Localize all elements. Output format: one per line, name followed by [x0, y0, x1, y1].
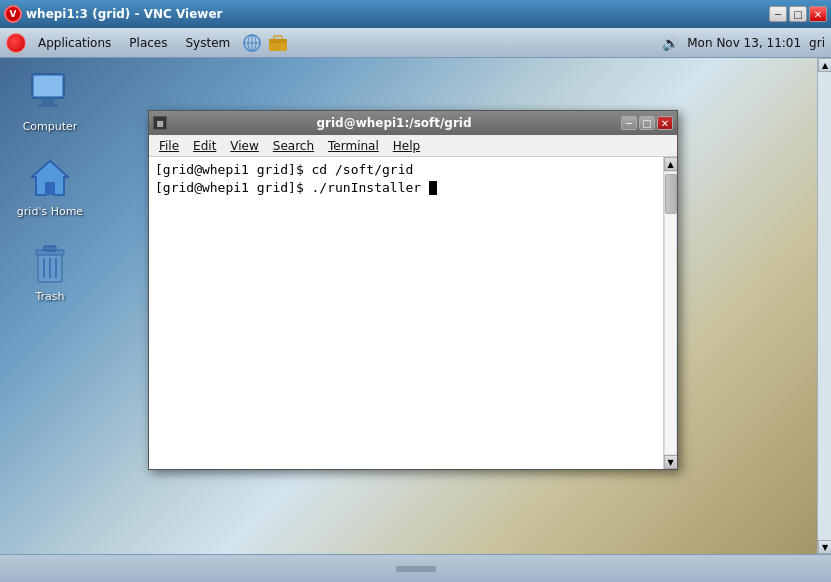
svg-rect-8: [34, 76, 62, 96]
applications-menu[interactable]: Applications: [32, 34, 117, 52]
svg-rect-6: [269, 39, 287, 43]
desktop-scrollbar[interactable]: ▲ ▼: [817, 58, 831, 554]
app-menubar: Applications Places System 🔊 Mon Nov 13,…: [0, 28, 831, 58]
vnc-title-area: V whepi1:3 (grid) - VNC Viewer: [4, 5, 769, 23]
help-menu[interactable]: Help: [387, 137, 426, 155]
home-icon-item[interactable]: grid's Home: [10, 153, 90, 218]
speaker-icon: 🔊: [662, 35, 679, 51]
trash-label: Trash: [35, 290, 64, 303]
scroll-thumb[interactable]: [665, 174, 677, 214]
computer-icon: [26, 68, 74, 116]
terminal-controls[interactable]: ─ □ ✕: [621, 116, 673, 130]
vnc-close-button[interactable]: ✕: [809, 6, 827, 22]
terminal-menubar: File Edit View Search Terminal Help: [149, 135, 677, 157]
terminal-body: [grid@whepi1 grid]$ cd /soft/grid [grid@…: [149, 157, 677, 469]
edit-menu[interactable]: Edit: [187, 137, 222, 155]
taskbar-handle: [396, 566, 436, 572]
terminal-cursor: [429, 181, 437, 195]
vnc-minimize-button[interactable]: ─: [769, 6, 787, 22]
network-icon: [242, 33, 262, 53]
distro-logo-icon: [6, 33, 26, 53]
trash-icon: [26, 238, 74, 286]
computer-icon-item[interactable]: Computer: [10, 68, 90, 133]
terminal-scrollbar[interactable]: ▲ ▼: [663, 157, 677, 469]
search-menu[interactable]: Search: [267, 137, 320, 155]
vnc-title-text: whepi1:3 (grid) - VNC Viewer: [26, 7, 222, 21]
svg-rect-10: [38, 104, 58, 107]
vnc-maximize-button[interactable]: □: [789, 6, 807, 22]
svg-rect-15: [44, 246, 56, 251]
places-menu[interactable]: Places: [123, 34, 173, 52]
scroll-track[interactable]: [664, 171, 677, 455]
trash-icon-item[interactable]: Trash: [10, 238, 90, 303]
home-icon: [26, 153, 74, 201]
desktop-scroll-down[interactable]: ▼: [818, 540, 831, 554]
vnc-window-controls[interactable]: ─ □ ✕: [769, 6, 827, 22]
terminal-line-1: [grid@whepi1 grid]$ cd /soft/grid: [155, 161, 657, 179]
svg-rect-12: [46, 183, 54, 195]
desktop-icons-area: Computer grid's Home: [0, 58, 120, 333]
terminal-menu[interactable]: Terminal: [322, 137, 385, 155]
computer-label: Computer: [23, 120, 78, 133]
svg-rect-9: [42, 98, 54, 104]
scroll-down-arrow[interactable]: ▼: [664, 455, 678, 469]
desktop-scroll-up[interactable]: ▲: [818, 58, 831, 72]
datetime-display: Mon Nov 13, 11:01: [687, 36, 801, 50]
scroll-up-arrow[interactable]: ▲: [664, 157, 678, 171]
desktop: V whepi1:3 (grid) - VNC Viewer ─ □ ✕ App…: [0, 0, 831, 582]
taskbar-right: 🔊 Mon Nov 13, 11:01 gri: [662, 35, 825, 51]
terminal-maximize-button[interactable]: □: [639, 116, 655, 130]
terminal-window: ■ grid@whepi1:/soft/grid ─ □ ✕ File Edit…: [148, 110, 678, 470]
vnc-titlebar: V whepi1:3 (grid) - VNC Viewer ─ □ ✕: [0, 0, 831, 28]
terminal-content[interactable]: [grid@whepi1 grid]$ cd /soft/grid [grid@…: [149, 157, 663, 469]
terminal-title: grid@whepi1:/soft/grid: [171, 116, 617, 130]
terminal-close-button[interactable]: ✕: [657, 116, 673, 130]
terminal-titlebar: ■ grid@whepi1:/soft/grid ─ □ ✕: [149, 111, 677, 135]
home-label: grid's Home: [17, 205, 83, 218]
terminal-line-2: [grid@whepi1 grid]$ ./runInstaller: [155, 179, 657, 197]
view-menu[interactable]: View: [224, 137, 264, 155]
briefcase-icon: [268, 33, 288, 53]
desktop-scroll-track: [818, 72, 831, 540]
system-menu[interactable]: System: [179, 34, 236, 52]
vnc-logo-icon: V: [4, 5, 22, 23]
terminal-icon: ■: [153, 116, 167, 130]
file-menu[interactable]: File: [153, 137, 185, 155]
user-display: gri: [809, 36, 825, 50]
terminal-minimize-button[interactable]: ─: [621, 116, 637, 130]
taskbar-bottom: [0, 554, 831, 582]
